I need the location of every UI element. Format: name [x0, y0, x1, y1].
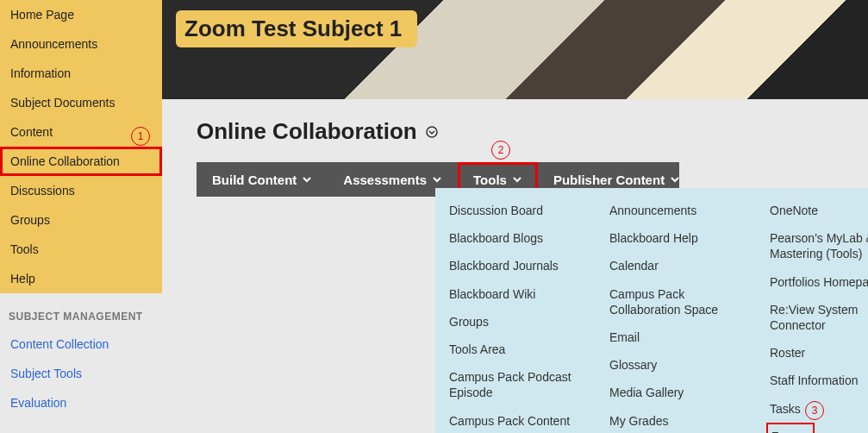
tools-col-2: Announcements Blackboard Help Calendar C…	[596, 197, 756, 433]
action-label: Publisher Content	[553, 173, 665, 187]
mgmt-subject-tools[interactable]: Subject Tools	[0, 359, 162, 388]
tool-glossary[interactable]: Glossary	[606, 351, 746, 379]
nav-groups[interactable]: Groups	[0, 205, 162, 235]
tool-tasks[interactable]: Tasks	[766, 395, 868, 423]
chevron-down-icon	[302, 174, 312, 185]
context-menu-icon[interactable]	[424, 124, 440, 140]
svg-point-0	[427, 127, 437, 137]
course-banner: Zoom Test Subject 1	[162, 0, 868, 99]
tool-portfolios-homepage[interactable]: Portfolios Homepage	[766, 268, 868, 296]
tool-staff-information[interactable]: Staff Information	[766, 367, 868, 394]
action-label: Assessments	[343, 173, 427, 187]
tool-email[interactable]: Email	[606, 323, 746, 351]
tool-calendar[interactable]: Calendar	[606, 252, 746, 279]
tool-tools-area[interactable]: Tools Area	[446, 336, 585, 363]
mgmt-evaluation[interactable]: Evaluation	[0, 388, 162, 417]
mgmt-content-collection[interactable]: Content Collection	[0, 329, 162, 359]
tool-roster[interactable]: Roster	[766, 339, 868, 367]
tool-onenote[interactable]: OneNote	[766, 197, 868, 224]
nav-discussions[interactable]: Discussions	[0, 176, 162, 205]
chevron-down-icon	[432, 174, 442, 185]
nav-online-collaboration[interactable]: Online Collaboration	[0, 147, 162, 176]
tool-campus-pack-podcast[interactable]: Campus Pack Podcast Episode	[446, 363, 585, 406]
nav-content[interactable]: Content	[0, 117, 162, 147]
page-title: Online Collaboration	[197, 118, 417, 145]
nav-information[interactable]: Information	[0, 59, 162, 88]
tool-blackboard-blogs[interactable]: Blackboard Blogs	[446, 224, 585, 252]
action-build-content[interactable]: Build Content	[197, 162, 328, 197]
tool-campus-pack-collab[interactable]: Campus Pack Collaboration Space	[606, 280, 746, 323]
action-label: Build Content	[212, 173, 297, 187]
nav-subject-documents[interactable]: Subject Documents	[0, 88, 162, 117]
nav-tools[interactable]: Tools	[0, 235, 162, 264]
subject-management-section: SUBJECT MANAGEMENT Content Collection Su…	[0, 293, 162, 433]
tools-col-1: Discussion Board Blackboard Blogs Blackb…	[435, 197, 596, 433]
nav-help[interactable]: Help	[0, 264, 162, 293]
tool-blackboard-help[interactable]: Blackboard Help	[606, 224, 746, 252]
chevron-down-icon	[512, 174, 522, 185]
subject-management-heading: SUBJECT MANAGEMENT	[0, 300, 162, 329]
tool-discussion-board[interactable]: Discussion Board	[446, 197, 585, 224]
nav-announcements[interactable]: Announcements	[0, 29, 162, 59]
tool-blackboard-journals[interactable]: Blackboard Journals	[446, 252, 585, 279]
tool-announcements[interactable]: Announcements	[606, 197, 746, 224]
tool-blackboard-wiki[interactable]: Blackboard Wiki	[446, 280, 585, 308]
tool-my-grades[interactable]: My Grades	[606, 407, 746, 434]
tool-pearson-mylab[interactable]: Pearson's MyLab & Mastering (Tools)	[766, 224, 868, 267]
tool-media-gallery[interactable]: Media Gallery	[606, 379, 746, 406]
tools-dropdown: Discussion Board Blackboard Blogs Blackb…	[435, 188, 868, 433]
action-label: Tools	[473, 173, 507, 187]
tools-col-3: OneNote Pearson's MyLab & Mastering (Too…	[756, 197, 868, 433]
chevron-down-icon	[670, 174, 680, 185]
sidebar: Home Page Announcements Information Subj…	[0, 0, 162, 433]
tool-review-connector[interactable]: Re:View System Connector	[766, 296, 868, 339]
tool-groups[interactable]: Groups	[446, 308, 585, 336]
tool-campus-pack-content[interactable]: Campus Pack Content	[446, 407, 585, 434]
nav-home-page[interactable]: Home Page	[0, 0, 162, 29]
tool-zoom[interactable]: Zoom	[766, 423, 815, 433]
course-title: Zoom Test Subject 1	[176, 10, 417, 47]
